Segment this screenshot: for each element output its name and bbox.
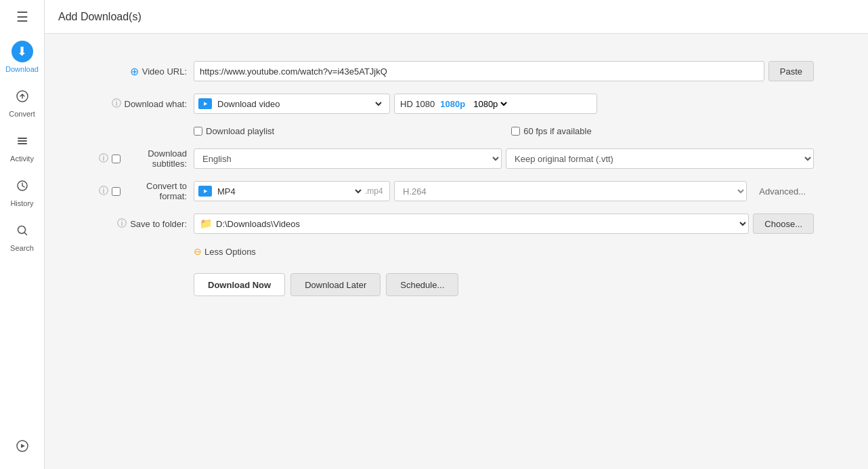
less-options-button[interactable]: ⊖ Less Options xyxy=(194,246,256,257)
folder-select[interactable]: D:\Downloads\Videos xyxy=(194,214,748,233)
sidebar-item-activity[interactable]: Activity xyxy=(0,123,44,168)
save-folder-row: ⓘ Save to folder: 📁 D:\Downloads\Videos … xyxy=(99,213,814,234)
subtitles-checkbox[interactable] xyxy=(112,155,121,163)
sidebar-item-label-download: Download xyxy=(5,65,39,73)
video-url-label: ⊕ Video URL: xyxy=(99,65,187,78)
subtitles-row: ⓘ Download subtitles: English Keep origi… xyxy=(99,148,814,169)
sidebar-item-label-history: History xyxy=(10,199,33,207)
history-icon xyxy=(12,175,33,197)
sidebar-item-play[interactable] xyxy=(12,428,33,462)
download-type-select[interactable]: Download video Download audio Download s… xyxy=(215,94,384,113)
sidebar-item-download[interactable]: ⬇ Download xyxy=(0,34,44,79)
save-folder-controls: 📁 D:\Downloads\Videos Choose... xyxy=(194,213,814,234)
convert-icon xyxy=(12,85,33,107)
svg-rect-1 xyxy=(18,138,27,139)
svg-rect-2 xyxy=(18,140,27,142)
advanced-button[interactable]: Advanced... xyxy=(751,181,814,201)
sidebar-item-label-activity: Activity xyxy=(10,155,34,163)
choose-button[interactable]: Choose... xyxy=(753,213,814,234)
paste-button[interactable]: Paste xyxy=(768,61,814,81)
less-options-label: Less Options xyxy=(204,247,256,257)
activity-icon xyxy=(12,130,33,152)
fps-checkbox[interactable] xyxy=(511,127,520,136)
main-content: Add Download(s) ⊕ Video URL: Paste ⓘ Dow… xyxy=(45,0,868,469)
format-select[interactable]: MP4 .mp4 xyxy=(215,182,364,201)
video-icon xyxy=(194,98,215,109)
subtitles-controls: English Keep original format (.vtt) xyxy=(194,148,814,169)
sidebar-item-label-convert: Convert xyxy=(9,110,35,118)
convert-format-checkbox-label[interactable]: Convert to format: xyxy=(112,181,187,201)
form-area: ⊕ Video URL: Paste ⓘ Download what: xyxy=(45,34,868,469)
help-icon-folder: ⓘ xyxy=(117,218,127,230)
convert-format-row: ⓘ Convert to format: MP4 .mp4 .mp4 xyxy=(99,181,814,201)
subtitles-checkbox-label[interactable]: Download subtitles: xyxy=(112,148,187,169)
save-folder-label: ⓘ Save to folder: xyxy=(99,218,187,230)
sidebar-item-label-search: Search xyxy=(10,244,34,252)
fps-label[interactable]: 60 fps if available xyxy=(511,126,591,136)
page-title: Add Download(s) xyxy=(58,11,142,23)
sidebar-item-history[interactable]: History xyxy=(0,168,44,213)
sidebar: ☰ ⬇ Download Convert Activity xyxy=(0,0,45,469)
svg-point-5 xyxy=(18,226,25,234)
checkbox-group: Download playlist 60 fps if available xyxy=(194,126,592,136)
quality-select-wrapper: HD 1080 1080p 1080p 720p 480p 360p xyxy=(394,94,597,114)
video-url-row: ⊕ Video URL: Paste xyxy=(99,61,814,81)
convert-format-checkbox[interactable] xyxy=(112,187,121,196)
search-icon xyxy=(12,220,33,241)
svg-rect-3 xyxy=(18,143,27,144)
url-input[interactable] xyxy=(194,61,764,81)
url-controls: Paste xyxy=(194,61,814,81)
schedule-button[interactable]: Schedule... xyxy=(386,273,458,296)
subtitle-language-select[interactable]: English xyxy=(194,148,502,169)
quality-dropdown[interactable]: 1080p 720p 480p 360p xyxy=(471,98,509,110)
sidebar-item-search[interactable]: Search xyxy=(0,213,44,258)
action-buttons: Download Now Download Later Schedule... xyxy=(99,273,814,296)
mp4-icon xyxy=(194,186,215,197)
sidebar-bottom xyxy=(12,428,33,462)
help-icon-convert: ⓘ xyxy=(99,185,108,197)
play-icon xyxy=(12,435,33,457)
download-playlist-checkbox[interactable] xyxy=(194,127,202,136)
less-options-icon: ⊖ xyxy=(194,246,202,257)
subtitles-label: ⓘ Download subtitles: xyxy=(99,148,187,169)
svg-marker-7 xyxy=(21,444,25,448)
download-icon: ⬇ xyxy=(12,41,33,62)
topbar: Add Download(s) xyxy=(45,0,868,34)
download-later-button[interactable]: Download Later xyxy=(290,273,381,296)
codec-select[interactable]: H.264 xyxy=(394,181,747,201)
convert-format-controls: MP4 .mp4 .mp4 H.264 Advanced... xyxy=(194,181,814,201)
help-icon-subtitles: ⓘ xyxy=(99,152,108,165)
plus-icon: ⊕ xyxy=(130,65,139,78)
menu-button[interactable]: ☰ xyxy=(0,0,44,34)
download-what-controls: Download video Download audio Download s… xyxy=(194,94,814,114)
less-options-row: ⊖ Less Options xyxy=(99,246,814,257)
menu-icon: ☰ xyxy=(16,9,28,25)
download-playlist-label[interactable]: Download playlist xyxy=(194,126,274,136)
folder-input-wrapper: 📁 D:\Downloads\Videos xyxy=(194,213,749,234)
help-icon-download: ⓘ xyxy=(112,98,121,110)
download-what-row: ⓘ Download what: Download video Download… xyxy=(99,94,814,114)
format-select-wrapper: MP4 .mp4 .mp4 xyxy=(194,181,390,201)
download-type-select-wrapper: Download video Download audio Download s… xyxy=(194,94,390,114)
subtitle-format-select[interactable]: Keep original format (.vtt) xyxy=(506,148,814,169)
checkboxes-row: Download playlist 60 fps if available xyxy=(99,126,814,136)
download-what-label: ⓘ Download what: xyxy=(99,98,187,110)
sidebar-item-convert[interactable]: Convert xyxy=(0,79,44,123)
download-now-button[interactable]: Download Now xyxy=(194,273,285,296)
convert-format-label: ⓘ Convert to format: xyxy=(99,181,187,201)
